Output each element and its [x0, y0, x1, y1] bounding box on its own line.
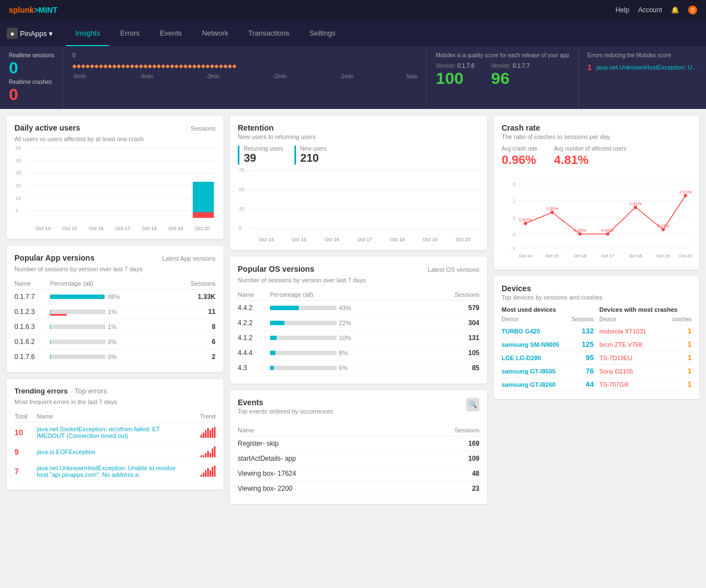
pos-title: Popular OS versions: [238, 265, 314, 273]
returning-value: 39: [244, 152, 283, 165]
main-nav: ■ PinApps ▾ Insights Errors Events Netwo…: [0, 20, 706, 47]
svg-text:0: 0: [513, 232, 515, 237]
svg-text:Oct 17: Oct 17: [601, 253, 614, 258]
main-content: Daily active users Sessions All users vs…: [0, 109, 706, 511]
realtime-crashes-label: Realtime crashes: [9, 79, 54, 85]
table-row: Viewing box- 2200 23: [238, 481, 479, 496]
pav-bar-cell: 1%: [50, 320, 172, 335]
notification-badge: 8: [688, 6, 697, 14]
col-total: Total: [14, 411, 37, 422]
mobdex-panel: Mobdex is a quality score for each relea…: [427, 47, 578, 109]
svg-text:0.00%: 0.00%: [574, 228, 587, 233]
crash-rate-chart: 3 2 1 0 -1 0.62%: [502, 173, 692, 262]
col-name: Name: [37, 411, 188, 422]
most-used-col: Most used devices Device Sessions TURBO …: [502, 306, 594, 391]
crash-stats: Avg crash rate 0.96% Avg number of affec…: [502, 146, 692, 167]
svg-text:2.31%: 2.31%: [679, 190, 692, 195]
top-right-nav: Help Account 🔔 8: [615, 6, 697, 14]
top-bar: splunk >MINT Help Account 🔔 8: [0, 0, 706, 20]
right-column: Crash rate The ratio of crashes to sessi…: [494, 116, 699, 504]
pos-tab[interactable]: Latest OS versions: [428, 266, 479, 273]
notification-icon[interactable]: 🔔: [671, 6, 679, 14]
device-row: motorola XT1031 1: [599, 325, 692, 338]
avg-crash-stat: Avg crash rate 0.96%: [502, 146, 537, 167]
left-column: Daily active users Sessions All users vs…: [7, 116, 223, 504]
returning-users-stat: Returning users 39: [238, 146, 283, 165]
device-row: TS-707GR 1: [599, 378, 692, 391]
device-row: samsung SM-N9005 125: [502, 338, 594, 351]
crash-rate-card: Crash rate The ratio of crashes to sessi…: [494, 116, 699, 270]
error-link[interactable]: java.net.UnknownHostException: U...: [596, 64, 697, 71]
dau-header: Daily active users Sessions: [14, 123, 216, 133]
nav-insights[interactable]: Insights: [66, 21, 109, 46]
realtime-sessions-panel: Realtime sessions 0 Realtime crashes 0: [0, 47, 63, 109]
retention-subtitle: New users to returning users: [238, 133, 479, 140]
table-row: Viewing box- 17624 48: [238, 466, 479, 481]
table-row: 9 java.io.EOFException: [14, 443, 216, 461]
devices-grid: Most used devices Device Sessions TURBO …: [502, 306, 692, 391]
dau-subtitle: All users vs users affected by at least …: [14, 136, 216, 142]
crash-line-chart: 3 2 1 0 -1 0.62%: [502, 173, 692, 262]
trending-tab-top[interactable]: Top errors: [74, 387, 107, 395]
mobdex-v1: Version: 0.1.7.6 100: [435, 63, 474, 88]
svg-text:0.00%: 0.00%: [602, 228, 614, 233]
version-name: 0.1.6.2: [14, 335, 50, 350]
table-row: 4.1.2 10% 131: [238, 331, 479, 346]
nav-errors[interactable]: Errors: [111, 21, 148, 46]
device-row: TURBO G420 132: [502, 325, 594, 338]
nav-transactions[interactable]: Transactions: [239, 21, 298, 46]
popular-os-versions-card: Popular OS versions Latest OS versions N…: [230, 257, 487, 383]
dau-tab-sessions[interactable]: Sessions: [191, 125, 216, 132]
most-crashes-col: Devices with most crashes Device crashes…: [599, 306, 692, 391]
device-row: Sony D2105 1: [599, 365, 692, 378]
table-row: startActDetails- app 109: [238, 451, 479, 466]
nav-events[interactable]: Events: [151, 21, 191, 46]
table-row: 0.1.6.2 0% 6: [14, 335, 216, 350]
events-search-button[interactable]: 🔍: [466, 398, 479, 411]
svg-text:Oct 14: Oct 14: [519, 253, 532, 258]
svg-text:Oct 15: Oct 15: [545, 253, 559, 258]
app-selector[interactable]: ■ PinApps ▾: [7, 28, 53, 39]
trending-tab-active[interactable]: Trending errors: [14, 387, 68, 395]
svg-text:2: 2: [513, 198, 515, 204]
trend-bars: [188, 427, 216, 438]
svg-text:Oct 19: Oct 19: [657, 253, 670, 258]
trending-errors-card: Trending errors Top errors Most frequent…: [7, 379, 223, 490]
device-row: samsung GT-I8260 44: [502, 378, 594, 391]
pav-tab[interactable]: Latest App versions: [162, 255, 216, 262]
table-row: 7 java.net.UnknownHostException: Unable …: [14, 461, 216, 482]
mobdex-v2: Version: 0.1.7.7 96: [491, 63, 530, 88]
retention-stats: Returning users 39 New users 210: [238, 146, 479, 165]
events-card: Events Top events ordered by occurrences…: [230, 390, 487, 504]
pav-title: Popular App versions: [14, 253, 94, 262]
dau-chart: 55 45 35 25 15 5: [14, 148, 216, 231]
avg-crash-label: Avg crash rate: [502, 146, 537, 152]
table-row: 4.2.2 22% 304: [238, 316, 479, 331]
trending-table: Total Name Trend 10 java.net.SocketExcep…: [14, 411, 216, 482]
svg-text:0.27%: 0.27%: [657, 223, 670, 228]
table-row: 0.1.7.7 98% 1.33K: [14, 290, 216, 305]
nav-settings[interactable]: Settings: [301, 21, 344, 46]
nav-network[interactable]: Network: [193, 21, 237, 46]
errors-reducing-panel: Errors reducing the Mobdex score 1 java.…: [579, 47, 706, 109]
version-name: 0.1.7.6: [14, 350, 50, 365]
version-name: 0.1.2.3: [14, 305, 50, 320]
account-button[interactable]: Account: [638, 6, 662, 14]
help-button[interactable]: Help: [615, 6, 629, 14]
daily-active-users-card: Daily active users Sessions All users vs…: [7, 116, 223, 239]
trending-tabs: Trending errors Top errors: [14, 387, 107, 395]
table-row: 4.4.2 43% 579: [238, 301, 479, 316]
search-icon: 🔍: [469, 401, 477, 408]
sessions-val: 8: [172, 320, 216, 335]
trend-bars: [188, 446, 216, 457]
events-header: Events Top events ordered by occurrences…: [238, 398, 479, 420]
pos-col-pct: Percentage (all): [270, 289, 430, 301]
realtime-chart: 0 ◆◆◆◆◆◆◆◆◆◆◆◆◆◆◆◆◆◆◆◆◆◆◆◆◆◆◆◆◆◆◆◆◆◆◆◆◆ …: [63, 47, 427, 109]
trend-bars: [188, 466, 216, 477]
retention-title: Retention: [238, 123, 479, 132]
new-label: New users: [301, 146, 327, 152]
pav-bar-cell: 1%: [50, 305, 172, 320]
most-used-header: Most used devices: [502, 306, 594, 313]
table-row: 4.4.4 8% 105: [238, 346, 479, 361]
crash-rate-subtitle: The ratio of crashes to sessions per day: [502, 133, 692, 140]
